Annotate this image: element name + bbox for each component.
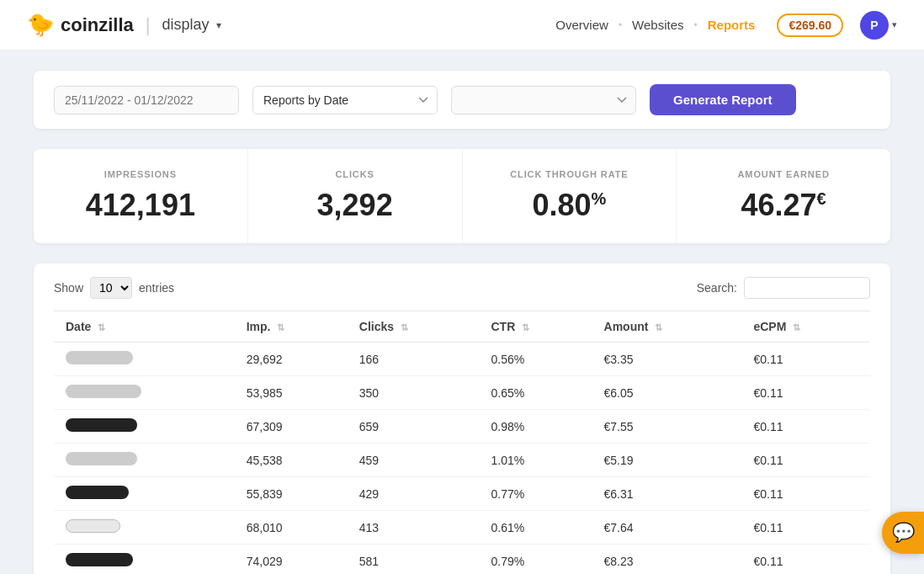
stats-row: IMPRESSIONS 412,191 CLICKS 3,292 CLICK T… (34, 149, 890, 243)
nav-link-overview[interactable]: Overview (550, 14, 613, 35)
table-cell-imp: 74,029 (235, 545, 348, 575)
clicks-label: CLICKS (275, 169, 435, 179)
table-cell-ctr: 0.61% (480, 511, 592, 545)
table-cell-imp: 55,839 (235, 477, 348, 511)
table-cell-clicks: 459 (348, 444, 480, 477)
amount-label: AMOUNT EARNED (704, 169, 863, 179)
table-cell-clicks: 429 (348, 477, 480, 511)
filter-bar: Reports by Date Generate Report (34, 71, 890, 129)
impressions-label: IMPRESSIONS (61, 169, 220, 179)
avatar-chevron-icon[interactable]: ▾ (892, 19, 897, 30)
sort-date-icon[interactable]: ⇅ (98, 322, 105, 333)
table-cell-amount: €5.19 (592, 444, 742, 477)
avatar-button[interactable]: P (860, 11, 889, 40)
table-cell-date (54, 511, 235, 545)
ctr-value: 0.80% (490, 188, 650, 223)
col-clicks[interactable]: Clicks ⇅ (348, 311, 480, 343)
chat-icon: 💬 (892, 522, 915, 544)
table-cell-date (54, 477, 235, 511)
table-row: 55,8394290.77%€6.31€0.11 (54, 477, 870, 511)
search-input[interactable] (744, 277, 870, 299)
stat-amount: AMOUNT EARNED 46.27€ (677, 149, 890, 243)
table-cell-date (54, 376, 235, 410)
table-cell-amount: €7.55 (592, 410, 742, 444)
table-cell-ctr: 0.79% (480, 545, 592, 575)
table-cell-ctr: 1.01% (480, 444, 592, 477)
nav-link-websites[interactable]: Websites (627, 14, 688, 35)
chat-bubble-button[interactable]: 💬 (882, 512, 924, 554)
table-row: 68,0104130.61%€7.64€0.11 (54, 511, 870, 545)
impressions-value: 412,191 (61, 188, 220, 223)
navbar: 🐤 coinzilla | display ▾ Overview • Websi… (0, 0, 924, 50)
table-cell-imp: 53,985 (235, 376, 348, 410)
display-chevron-icon[interactable]: ▾ (216, 19, 221, 31)
sort-imp-icon[interactable]: ⇅ (277, 322, 284, 333)
table-cell-imp: 68,010 (235, 511, 348, 545)
col-ctr[interactable]: CTR ⇅ (480, 311, 592, 343)
navbar-right: Overview • Websites • Reports €269.60 P … (550, 11, 897, 40)
table-cell-ctr: 0.98% (480, 410, 592, 444)
table-cell-clicks: 581 (348, 545, 480, 575)
nav-dot-2: • (694, 19, 698, 31)
table-cell-amount: €6.31 (592, 477, 742, 511)
table-cell-imp: 29,692 (235, 343, 348, 376)
table-cell-ecpm: €0.11 (741, 545, 870, 575)
nav-link-reports[interactable]: Reports (703, 14, 761, 35)
show-entries: Show 10 25 50 entries (54, 277, 174, 299)
search-bar: Search: (697, 277, 870, 299)
table-cell-ecpm: €0.11 (741, 343, 870, 376)
table-cell-ctr: 0.77% (480, 477, 592, 511)
sort-ecpm-icon[interactable]: ⇅ (793, 322, 800, 333)
table-section: Show 10 25 50 entries Search: Date ⇅ (34, 263, 890, 574)
brand-name: coinzilla (61, 14, 134, 36)
table-cell-ecpm: €0.11 (741, 376, 870, 410)
table-cell-imp: 45,538 (235, 444, 348, 477)
nav-links: Overview • Websites • Reports (550, 14, 760, 35)
stat-clicks: CLICKS 3,292 (248, 149, 463, 243)
main-content: Reports by Date Generate Report IMPRESSI… (0, 50, 924, 574)
entries-select[interactable]: 10 25 50 (90, 277, 132, 299)
table-cell-amount: €8.23 (592, 545, 742, 575)
stat-impressions: IMPRESSIONS 412,191 (34, 149, 248, 243)
table-controls: Show 10 25 50 entries Search: (54, 277, 870, 299)
date-range-input[interactable] (54, 86, 239, 114)
table-cell-imp: 67,309 (235, 410, 348, 444)
table-cell-date (54, 343, 235, 376)
ctr-label: CLICK THROUGH RATE (490, 169, 650, 179)
logo-icon: 🐤 (27, 12, 54, 38)
table-cell-date (54, 545, 235, 575)
col-imp[interactable]: Imp. ⇅ (235, 311, 348, 343)
sort-amount-icon[interactable]: ⇅ (655, 322, 662, 333)
balance-badge[interactable]: €269.60 (777, 13, 843, 37)
third-filter-select[interactable] (451, 86, 636, 114)
table-cell-amount: €7.64 (592, 511, 742, 545)
table-cell-ecpm: €0.11 (741, 444, 870, 477)
table-cell-ecpm: €0.11 (741, 477, 870, 511)
brand-separator: | (146, 14, 151, 36)
table-row: 74,0295810.79%€8.23€0.11 (54, 545, 870, 575)
table-cell-ctr: 0.65% (480, 376, 592, 410)
table-cell-amount: €6.05 (592, 376, 742, 410)
display-label: display (162, 16, 210, 34)
stat-ctr: CLICK THROUGH RATE 0.80% (463, 149, 677, 243)
report-type-select[interactable]: Reports by Date (252, 86, 438, 114)
table-cell-amount: €3.35 (592, 343, 742, 376)
table-header-row: Date ⇅ Imp. ⇅ Clicks ⇅ CTR ⇅ (54, 311, 870, 343)
col-amount[interactable]: Amount ⇅ (592, 311, 742, 343)
navbar-left: 🐤 coinzilla | display ▾ (27, 12, 221, 38)
table-cell-date (54, 444, 235, 477)
table-cell-clicks: 659 (348, 410, 480, 444)
table-row: 53,9853500.65%€6.05€0.11 (54, 376, 870, 410)
entries-label: entries (139, 281, 174, 295)
table-cell-clicks: 166 (348, 343, 480, 376)
table-cell-ecpm: €0.11 (741, 511, 870, 545)
col-ecpm[interactable]: eCPM ⇅ (741, 311, 870, 343)
sort-clicks-icon[interactable]: ⇅ (401, 322, 408, 333)
col-date[interactable]: Date ⇅ (54, 311, 235, 343)
table-cell-clicks: 413 (348, 511, 480, 545)
table-row: 29,6921660.56%€3.35€0.11 (54, 343, 870, 376)
sort-ctr-icon[interactable]: ⇅ (522, 322, 529, 333)
table-row: 45,5384591.01%€5.19€0.11 (54, 444, 870, 477)
generate-report-button[interactable]: Generate Report (650, 84, 796, 115)
table-cell-date (54, 410, 235, 444)
